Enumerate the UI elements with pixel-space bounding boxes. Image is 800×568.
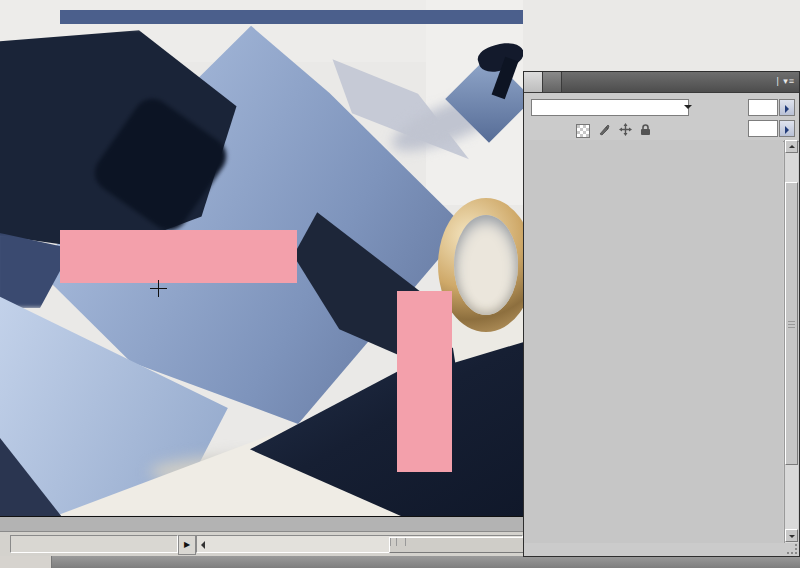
shape-form-3-rect	[397, 291, 452, 472]
panel-controls	[524, 93, 799, 142]
panel-menu-icons[interactable]: | ▾≡	[776, 76, 795, 86]
shape-form-2-rect	[60, 230, 297, 283]
lock-all-icon[interactable]	[640, 122, 651, 140]
panel-footer-toolbar	[524, 543, 799, 556]
tab-zeitleiste[interactable]	[0, 556, 52, 568]
status-options-button[interactable]: ▶	[178, 535, 196, 555]
flaeche-slider-button[interactable]	[779, 120, 795, 137]
bottom-panel-strip	[0, 556, 800, 568]
scroll-up-icon[interactable]	[785, 140, 798, 153]
lock-transparency-icon[interactable]	[576, 124, 590, 138]
layers-panel: | ▾≡	[523, 71, 800, 557]
tab-ebenen[interactable]	[524, 72, 543, 92]
deckkraft-slider-button[interactable]	[779, 99, 795, 116]
horizontal-scrollbar[interactable]	[196, 535, 523, 553]
document-status-bar: ▶	[0, 531, 523, 556]
lock-position-icon[interactable]	[619, 122, 632, 140]
blend-mode-select[interactable]	[531, 99, 689, 116]
document-canvas[interactable]	[0, 0, 523, 517]
blend-dropdown-icon	[684, 105, 692, 109]
flaeche-value[interactable]	[748, 120, 778, 137]
pasteboard	[0, 517, 523, 531]
layer-list	[524, 140, 783, 543]
panel-resize-grip[interactable]	[787, 544, 797, 554]
scroll-left-icon[interactable]	[201, 541, 205, 549]
layers-scrollbar[interactable]	[784, 140, 798, 543]
layers-scroll-thumb[interactable]	[785, 182, 798, 465]
photo-ring-center	[454, 215, 518, 315]
tab-masken[interactable]	[543, 72, 562, 92]
scroll-down-icon[interactable]	[785, 529, 798, 542]
crosshair-cursor	[150, 280, 167, 297]
doc-size-readout	[10, 535, 178, 553]
site-banner	[60, 10, 523, 24]
lock-option-buttons[interactable]	[576, 121, 655, 140]
horizontal-scroll-thumb[interactable]	[389, 537, 524, 553]
lock-pixels-icon[interactable]	[598, 122, 610, 140]
photoshop-workspace: ▶ | ▾≡	[0, 0, 800, 568]
panel-tab-bar: | ▾≡	[524, 72, 799, 93]
deckkraft-value[interactable]	[748, 99, 778, 116]
